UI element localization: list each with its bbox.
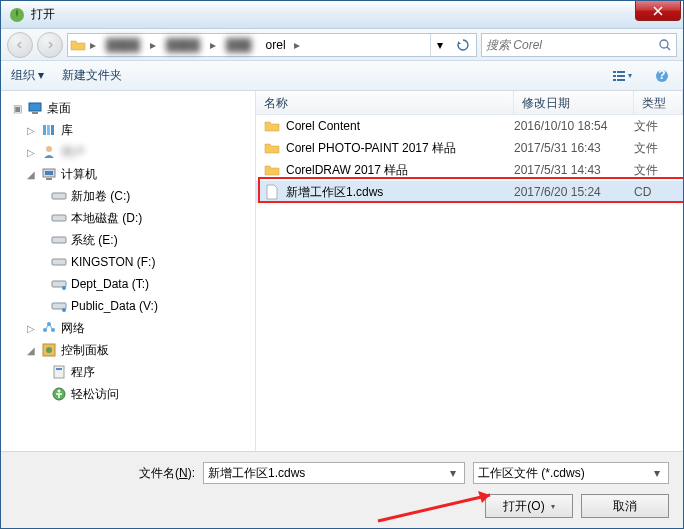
window-title: 打开 (31, 6, 55, 23)
svg-rect-10 (29, 103, 41, 111)
tree-libraries[interactable]: ▷ 库 (3, 119, 255, 141)
network-drive-icon (51, 276, 67, 292)
tree-drive-f[interactable]: KINGSTON (F:) (3, 251, 255, 273)
close-button[interactable] (635, 1, 681, 21)
view-icon (612, 69, 628, 83)
drive-icon (51, 188, 67, 204)
svg-point-15 (46, 146, 52, 152)
view-mode-button[interactable]: ▾ (611, 65, 633, 87)
tree-desktop[interactable]: ▣ 桌面 (3, 97, 255, 119)
tree-computer[interactable]: ◢ 计算机 (3, 163, 255, 185)
svg-rect-33 (56, 368, 62, 370)
file-name: Corel Content (286, 119, 360, 133)
search-box[interactable] (481, 33, 677, 57)
chevron-down-icon[interactable]: ◢ (25, 169, 37, 180)
file-list-pane: 名称 修改日期 类型 Corel Content2016/10/10 18:54… (256, 91, 683, 451)
breadcrumb-box[interactable]: ▸ ████ ▸ ████ ▸ ███ orel ▸ ▾ (67, 33, 477, 57)
svg-rect-4 (613, 75, 616, 77)
file-date: 2016/10/10 18:54 (514, 119, 634, 133)
nav-back-button[interactable] (7, 32, 33, 58)
file-row[interactable]: 新增工作区1.cdws2017/6/20 15:24CD (256, 181, 683, 203)
computer-icon (41, 166, 57, 182)
file-rows[interactable]: Corel Content2016/10/10 18:54文件Corel PHO… (256, 115, 683, 451)
drive-icon (51, 232, 67, 248)
filename-combo[interactable]: 新增工作区1.cdws ▾ (203, 462, 465, 484)
open-dialog-window: 打开 ▸ ████ ▸ ████ ▸ ███ orel ▸ ▾ (0, 0, 684, 529)
refresh-icon (456, 38, 470, 52)
tree-drive-d[interactable]: 本地磁盘 (D:) (3, 207, 255, 229)
desktop-icon (27, 100, 43, 116)
svg-rect-18 (46, 178, 52, 180)
libraries-icon (41, 122, 57, 138)
help-icon: ? (655, 69, 669, 83)
svg-rect-12 (43, 125, 46, 135)
chevron-right-icon[interactable]: ▷ (25, 323, 37, 334)
control-panel-icon (41, 342, 57, 358)
chevron-down-icon[interactable]: ▾ (650, 466, 664, 480)
arrow-right-icon (45, 40, 55, 50)
programs-icon (51, 364, 67, 380)
svg-point-1 (660, 40, 668, 48)
tree-drive-v[interactable]: Public_Data (V:) (3, 295, 255, 317)
tree-drive-c[interactable]: 新加卷 (C:) (3, 185, 255, 207)
new-folder-button[interactable]: 新建文件夹 (62, 67, 122, 84)
tree-programs[interactable]: 程序 (3, 361, 255, 383)
chevron-right-icon[interactable]: ▷ (25, 147, 37, 158)
file-type: 文件 (634, 140, 683, 157)
breadcrumb-item-blurred[interactable]: ████ (100, 35, 146, 55)
footer: 文件名(N): 新增工作区1.cdws ▾ 工作区文件 (*.cdws) ▾ 打… (1, 451, 683, 528)
column-name[interactable]: 名称 (256, 91, 514, 114)
open-button[interactable]: 打开(O) (485, 494, 573, 518)
tree-network[interactable]: ▷ 网络 (3, 317, 255, 339)
svg-rect-21 (52, 237, 66, 243)
breadcrumb-item-blurred[interactable]: ████ (160, 35, 206, 55)
file-row[interactable]: CorelDRAW 2017 样品2017/5/31 14:43文件 (256, 159, 683, 181)
svg-rect-20 (52, 215, 66, 221)
organize-menu[interactable]: 组织 ▾ (11, 67, 44, 84)
tree-drive-e[interactable]: 系统 (E:) (3, 229, 255, 251)
chevron-down-icon[interactable]: ◢ (25, 345, 37, 356)
file-row[interactable]: Corel PHOTO-PAINT 2017 样品2017/5/31 16:43… (256, 137, 683, 159)
twisty-icon[interactable]: ▣ (11, 103, 23, 114)
refresh-button[interactable] (452, 34, 474, 56)
svg-rect-6 (613, 79, 616, 81)
search-input[interactable] (486, 38, 658, 52)
filter-combo[interactable]: 工作区文件 (*.cdws) ▾ (473, 462, 669, 484)
nav-forward-button[interactable] (37, 32, 63, 58)
svg-rect-11 (32, 112, 38, 114)
svg-rect-3 (617, 71, 625, 73)
chevron-down-icon[interactable]: ▾ (446, 466, 460, 480)
user-icon (41, 144, 57, 160)
file-row[interactable]: Corel Content2016/10/10 18:54文件 (256, 115, 683, 137)
filename-label: 文件名(N): (15, 465, 195, 482)
tree-ease-access[interactable]: 轻松访问 (3, 383, 255, 405)
navigation-pane[interactable]: ▣ 桌面 ▷ 库 ▷ 用户 ◢ 计算机 新加卷 (C:) (1, 91, 256, 451)
chevron-right-icon[interactable]: ▷ (25, 125, 37, 136)
help-button[interactable]: ? (651, 65, 673, 87)
breadcrumb-sep: ▸ (90, 38, 96, 52)
app-icon (9, 7, 25, 23)
file-name: Corel PHOTO-PAINT 2017 样品 (286, 140, 456, 157)
file-type: CD (634, 185, 683, 199)
tree-control-panel[interactable]: ◢ 控制面板 (3, 339, 255, 361)
network-icon (41, 320, 57, 336)
file-date: 2017/6/20 15:24 (514, 185, 634, 199)
svg-rect-13 (47, 125, 50, 135)
svg-rect-5 (617, 75, 625, 77)
column-date[interactable]: 修改日期 (514, 91, 634, 114)
breadcrumb-item-blurred[interactable]: ███ (220, 35, 258, 55)
breadcrumb-item-last[interactable]: orel (262, 38, 290, 52)
svg-rect-7 (617, 79, 625, 81)
filename-value: 新增工作区1.cdws (208, 465, 446, 482)
search-icon (658, 38, 672, 52)
column-type[interactable]: 类型 (634, 91, 683, 114)
column-headers: 名称 修改日期 类型 (256, 91, 683, 115)
svg-rect-32 (54, 366, 64, 378)
tree-drive-t[interactable]: Dept_Data (T:) (3, 273, 255, 295)
file-name: 新增工作区1.cdws (286, 184, 383, 201)
tree-user[interactable]: ▷ 用户 (3, 141, 255, 163)
close-icon (653, 6, 663, 16)
breadcrumb-dropdown[interactable]: ▾ (430, 34, 448, 56)
cancel-button[interactable]: 取消 (581, 494, 669, 518)
svg-rect-17 (45, 171, 53, 175)
